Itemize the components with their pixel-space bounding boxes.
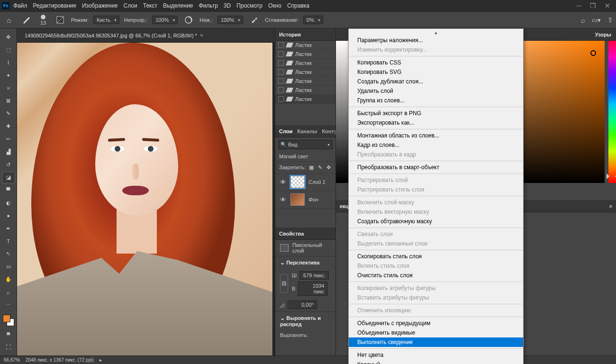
blend-mode-dropdown[interactable]: Мягкий свет <box>275 152 335 162</box>
context-menu-item[interactable]: Монтажная область из слоев... <box>349 131 523 140</box>
history-item[interactable]: Ластик <box>275 41 335 50</box>
eraser-tool[interactable]: ◪ <box>2 172 15 183</box>
status-chevron-icon[interactable]: ▸ <box>100 357 102 363</box>
hue-strip[interactable] <box>608 41 616 183</box>
context-menu-item[interactable]: Преобразовать в смарт-объект <box>349 163 523 172</box>
lock-position-icon[interactable]: ✎ <box>317 164 323 171</box>
zoom-level[interactable]: 66,67% <box>4 357 20 363</box>
crop-tool[interactable]: ⌗ <box>2 82 15 94</box>
context-menu-item[interactable]: Быстрый экспорт в PNG <box>349 109 523 118</box>
tool-preset-icon[interactable] <box>20 14 32 26</box>
history-item[interactable]: Ластик <box>275 86 335 95</box>
context-menu-item[interactable]: Параметры наложения... <box>349 36 523 45</box>
layer-thumb[interactable] <box>290 193 305 206</box>
tab-layers[interactable]: Слои <box>279 126 292 136</box>
perspective-section[interactable]: Перспектива <box>275 256 335 269</box>
brush-tool[interactable]: ✏ <box>2 133 15 145</box>
menu-item[interactable]: Фильтр <box>199 2 218 9</box>
quickmask-icon[interactable]: ◙ <box>2 327 15 339</box>
tab-paths[interactable]: Конту <box>322 126 337 136</box>
canvas[interactable] <box>17 43 275 355</box>
context-menu-item[interactable]: Красный <box>349 360 523 364</box>
menu-item[interactable]: 3D <box>224 2 231 9</box>
history-brush-tool[interactable]: ↺ <box>2 159 15 171</box>
shape-tool[interactable]: ▭ <box>2 261 15 273</box>
dodge-tool[interactable]: ● <box>2 210 15 222</box>
visibility-icon[interactable]: 👁 <box>279 179 287 186</box>
align-section[interactable]: Выровнять и распред <box>275 311 335 330</box>
menu-item[interactable]: Просмотр <box>236 2 263 9</box>
brush-settings-icon[interactable] <box>54 14 66 26</box>
type-tool[interactable]: T <box>2 236 15 247</box>
path-select-tool[interactable]: ↖ <box>2 248 15 260</box>
doc-tab[interactable]: 149080294658dbd9025063a4.96305347.jpg @ … <box>21 29 207 42</box>
restore-icon[interactable]: ❐ <box>590 2 596 9</box>
opacity-dropdown[interactable]: 100% <box>152 16 178 24</box>
airbrush-icon[interactable] <box>248 14 260 26</box>
layer-item[interactable]: 👁 Фон <box>275 191 335 209</box>
tab-channels[interactable]: Каналы <box>297 126 317 136</box>
close-icon[interactable]: ✕ <box>605 2 610 9</box>
lasso-tool[interactable]: ⌇ <box>2 57 15 69</box>
properties-panel-header[interactable]: Свойства <box>275 228 335 240</box>
menu-item[interactable]: Выделение <box>163 2 193 9</box>
brush-preset[interactable]: 13 <box>37 14 49 26</box>
menu-scroll-up-icon[interactable]: ▲ <box>349 30 523 36</box>
close-icon[interactable]: × <box>200 32 203 39</box>
quick-select-tool[interactable]: ✦ <box>2 70 15 82</box>
healing-tool[interactable]: ✚ <box>2 120 15 132</box>
context-menu-item[interactable]: Очистить стиль слоя <box>349 271 523 280</box>
edit-toolbar[interactable]: ⋯ <box>2 299 15 311</box>
height-field[interactable]: 1034 пикс <box>298 282 327 296</box>
menu-item[interactable]: Изображение <box>82 2 118 9</box>
lock-pixels-icon[interactable]: ▦ <box>308 164 314 171</box>
menu-item[interactable]: Справка <box>287 2 309 9</box>
tab-patterns[interactable]: Узоры <box>595 32 611 37</box>
minimize-icon[interactable]: ─ <box>577 2 581 9</box>
panel-menu-icon[interactable]: ≡ <box>609 203 612 209</box>
context-menu-item[interactable]: Группа из слоев... <box>349 96 523 105</box>
workspace-icon[interactable]: ▭▾ <box>592 17 601 24</box>
history-item[interactable]: Ластик <box>275 68 335 77</box>
link-icon[interactable]: ⛓ <box>280 274 288 293</box>
width-field[interactable]: 679 пикс. <box>299 271 329 280</box>
menu-item[interactable]: Файл <box>13 2 27 9</box>
context-menu-item[interactable]: Создать дубликат слоя... <box>349 77 523 86</box>
context-menu-item[interactable]: Кадр из слоев... <box>349 140 523 150</box>
menu-item[interactable]: Слои <box>124 2 137 9</box>
share-icon[interactable]: ⇧ <box>607 16 613 24</box>
marquee-tool[interactable]: ⬚ <box>2 44 15 56</box>
context-menu-item[interactable]: Копировать CSS <box>349 58 523 67</box>
context-menu-item[interactable]: Копировать SVG <box>349 67 523 77</box>
search-icon[interactable]: ⌕ <box>581 16 585 24</box>
menu-item[interactable]: Окно <box>268 2 281 9</box>
gradient-tool[interactable]: ▀ <box>2 184 15 196</box>
flow-dropdown[interactable]: 100% <box>217 16 243 24</box>
color-swatches[interactable] <box>3 315 14 326</box>
hand-tool[interactable]: ✋ <box>2 273 15 285</box>
context-menu-item[interactable]: Скопировать стиль слоя <box>349 252 523 261</box>
menu-item[interactable]: Редактирование <box>33 2 76 9</box>
layer-item[interactable]: 👁 Слой 1 <box>275 173 335 191</box>
history-item[interactable]: Ластик <box>275 50 335 59</box>
screenmode-icon[interactable]: ⛶ <box>2 341 15 353</box>
layer-filter-dropdown[interactable]: Вид <box>278 140 333 149</box>
context-menu-item[interactable]: Удалить слой <box>349 86 523 96</box>
visibility-icon[interactable]: 👁 <box>279 196 287 203</box>
angle-field[interactable]: 0,00° <box>288 300 317 309</box>
context-menu-item[interactable]: Нет цвета <box>349 350 523 360</box>
blur-tool[interactable]: ◐ <box>2 197 15 209</box>
lock-all-icon[interactable]: ✥ <box>326 164 332 171</box>
menu-item[interactable]: Текст <box>143 2 157 9</box>
pressure-opacity-icon[interactable] <box>182 14 195 26</box>
context-menu-item[interactable]: Выполнить сведение <box>349 337 523 347</box>
context-menu-item[interactable]: Экспортировать как... <box>349 118 523 127</box>
context-menu-item[interactable]: Объединить видимые <box>349 328 523 337</box>
zoom-tool[interactable]: ⌕ <box>2 286 15 298</box>
stamp-tool[interactable]: ▟ <box>2 146 15 158</box>
history-item[interactable]: Ластик <box>275 95 335 104</box>
eyedropper-tool[interactable]: ✎ <box>2 108 15 119</box>
mode-dropdown[interactable]: Кисть <box>93 16 119 24</box>
history-item[interactable]: Ластик <box>275 77 335 86</box>
history-panel-header[interactable]: История <box>275 28 335 41</box>
